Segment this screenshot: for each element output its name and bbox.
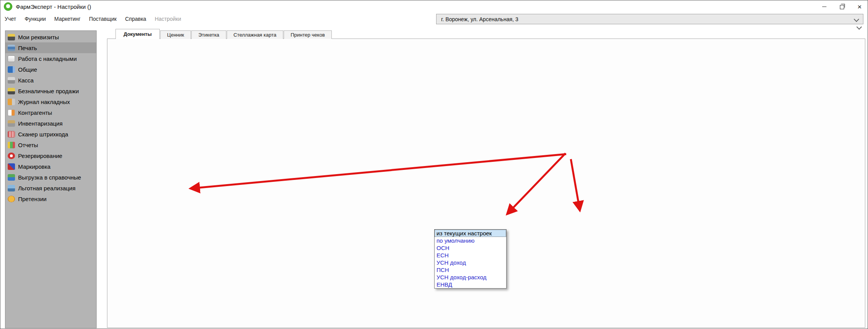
sidebar-item-label: Контрагенты	[18, 109, 52, 116]
barcode-scanner-icon	[8, 131, 15, 138]
branch-selector[interactable]: г. Воронеж, ул. Арсенальная, 3	[436, 14, 863, 24]
menu-postavshchik[interactable]: Поставщик	[85, 14, 121, 24]
dropdown-option-default[interactable]: по умолчанию	[435, 237, 506, 244]
restore-icon	[840, 5, 844, 9]
window-title: ФармЭксперт - Настройки ()	[16, 3, 91, 10]
benefit-sales-icon	[8, 185, 15, 191]
sidebar-item-reports[interactable]: Отчеты	[5, 139, 96, 150]
sidebar-item-invoice-journal[interactable]: Журнал накладных	[5, 96, 96, 107]
menu-nastroyki: Настройки	[151, 14, 186, 24]
app-window: ФармЭксперт - Настройки () × Учет Функци…	[0, 0, 868, 329]
window-controls: ×	[815, 0, 868, 13]
cash-register-icon	[8, 77, 15, 84]
sidebar-item-print[interactable]: Печать	[5, 42, 96, 53]
invoices-icon	[8, 55, 15, 62]
chevron-down-icon[interactable]	[856, 24, 862, 30]
sidebar-item-invoices-work[interactable]: Работа с накладными	[5, 53, 96, 64]
dropdown-option-usn-income-expense[interactable]: УСН доход-расход	[435, 274, 506, 281]
sidebar-item-label: Мои реквизиты	[18, 34, 59, 40]
dropdown-option-esn[interactable]: ЕСН	[435, 252, 506, 259]
sidebar-item-label: Работа с накладными	[18, 55, 77, 62]
dropdown-option-envd[interactable]: ЕНВД	[435, 281, 506, 288]
contractors-icon	[8, 109, 15, 116]
tab-strip: Документы Ценник Этикетка Стеллажная кар…	[115, 30, 332, 39]
close-icon: ×	[857, 3, 861, 10]
inventory-icon	[8, 120, 15, 127]
sidebar-item-claims[interactable]: Претензии	[5, 193, 96, 204]
sidebar-item-general[interactable]: Общие	[5, 64, 96, 75]
sidebar-item-backup[interactable]: Резервирование	[5, 150, 96, 161]
chevron-down-icon	[854, 17, 859, 22]
menu-funkcii[interactable]: Функции	[20, 14, 50, 24]
sidebar-item-export[interactable]: Выгрузка в справочные	[5, 172, 96, 183]
sidebar-item-label: Выгрузка в справочные	[18, 174, 81, 181]
tab-receipt-printer[interactable]: Принтер чеков	[284, 30, 332, 39]
sidebar-item-inventory[interactable]: Инвентаризация	[5, 118, 96, 129]
sidebar-item-label: Отчеты	[18, 142, 38, 148]
menu-uchet[interactable]: Учет	[0, 14, 20, 24]
tab-label[interactable]: Этикетка	[191, 30, 226, 39]
claims-icon	[8, 196, 15, 202]
dropdown-option-osn[interactable]: ОСН	[435, 244, 506, 252]
branch-selector-value: г. Воронеж, ул. Арсенальная, 3	[441, 16, 518, 22]
sidebar-item-cashless-sales[interactable]: Безналичные продажи	[5, 86, 96, 96]
sidebar-item-cash-register[interactable]: Касса	[5, 75, 96, 86]
sidebar-item-label: Печать	[18, 45, 37, 51]
tab-shelf-card[interactable]: Стеллажная карта	[227, 30, 283, 39]
sidebar-item-label: Претензии	[18, 196, 47, 202]
cashless-sales-icon	[8, 88, 15, 94]
dropdown-option-usn-income[interactable]: УСН доход	[435, 259, 506, 266]
app-icon	[4, 2, 12, 11]
close-button[interactable]: ×	[851, 0, 868, 13]
my-details-icon	[8, 34, 15, 40]
sidebar-item-label: Журнал накладных	[18, 99, 70, 105]
sidebar-item-barcode-scanner[interactable]: Сканер штрихкода	[5, 129, 96, 139]
sidebar-item-my-details[interactable]: Мои реквизиты	[5, 32, 96, 42]
export-icon	[8, 174, 15, 181]
sidebar-item-label: Льготная реализация	[18, 185, 75, 191]
sidebar-item-label: Общие	[18, 66, 37, 73]
menu-spravka[interactable]: Справка	[121, 14, 151, 24]
tab-documents[interactable]: Документы	[115, 29, 160, 39]
minimize-icon	[822, 7, 826, 7]
menu-marketing[interactable]: Маркетинг	[50, 14, 85, 24]
printer-icon	[8, 45, 15, 51]
reports-icon	[8, 142, 15, 148]
sidebar-item-benefit-sales[interactable]: Льготная реализация	[5, 183, 96, 193]
sidebar-item-contractors[interactable]: Контрагенты	[5, 107, 96, 118]
marking-icon	[8, 163, 15, 170]
minimize-button[interactable]	[815, 0, 833, 13]
invoice-journal-icon	[8, 99, 15, 105]
restore-button[interactable]	[833, 0, 851, 13]
sidebar-item-label: Безналичные продажи	[18, 88, 79, 94]
sidebar-item-label: Резервирование	[18, 153, 62, 159]
tab-price-tag[interactable]: Ценник	[160, 30, 191, 39]
sidebar-item-label: Сканер штрихкода	[18, 131, 68, 138]
general-icon	[8, 66, 15, 73]
sidebar-item-label: Маркировка	[18, 163, 50, 170]
sidebar-item-label: Касса	[18, 77, 33, 84]
dropdown-option-psn[interactable]: ПСН	[435, 266, 506, 274]
sidebar-item-label: Инвентаризация	[18, 120, 63, 127]
sidebar-item-marking[interactable]: Маркировка	[5, 161, 96, 172]
tax-dropdown-list[interactable]: из текущих настроек по умолчанию ОСН ЕСН…	[434, 229, 507, 289]
settings-sidebar: Мои реквизиты Печать Работа с накладными…	[5, 30, 97, 328]
backup-icon	[8, 153, 15, 159]
dropdown-option-current-settings[interactable]: из текущих настроек	[435, 230, 506, 237]
title-bar: ФармЭксперт - Настройки () ×	[0, 0, 868, 13]
